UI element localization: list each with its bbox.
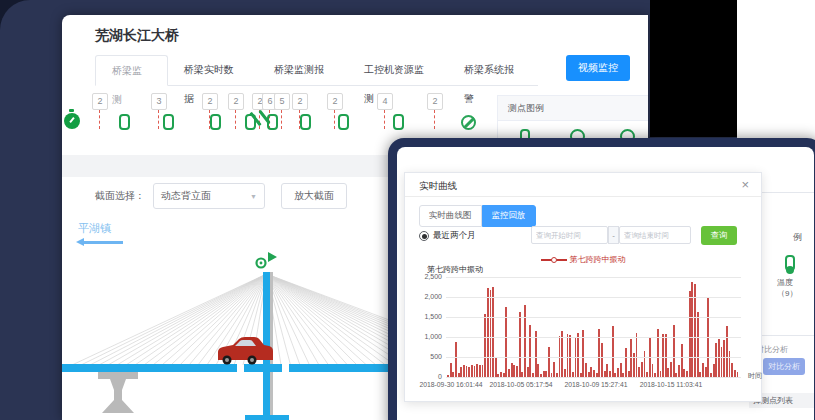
enlarge-section-button[interactable]: 放大截面	[281, 183, 347, 209]
chart-bar	[508, 369, 510, 377]
compare-analysis-button[interactable]: 对比分析	[763, 358, 805, 375]
chart-bar	[601, 343, 603, 377]
chain-link-icon[interactable]	[393, 114, 404, 130]
tab-bridge-monitor-report[interactable]: 桥梁监测报告	[258, 55, 348, 85]
tab-bridge-realtime-data[interactable]: 桥梁实时数据	[168, 55, 258, 85]
tab-ipc-resource-monitor[interactable]: 工控机资源监测	[348, 55, 448, 85]
y-tick-label: 0	[409, 373, 442, 380]
side-divider	[754, 192, 814, 193]
chain-link-icon[interactable]	[300, 114, 311, 130]
chart-bar	[617, 368, 619, 377]
chart-bar	[630, 339, 632, 377]
chart-bar	[585, 363, 587, 377]
tab-bridge-system-alarm[interactable]: 桥梁系统报警	[448, 55, 538, 85]
bridge-tower	[263, 272, 273, 415]
screen: 芜湖长江大桥 桥梁监测 桥梁实时数据 桥梁监测报告 工控机资源监测 桥梁系统报警…	[0, 0, 815, 420]
dialog-title: 实时曲线	[419, 180, 457, 193]
radio-last-two-months[interactable]	[419, 231, 429, 241]
chart-bar	[482, 365, 484, 377]
chart-bar	[516, 366, 518, 377]
chart-bar	[702, 363, 704, 377]
chart-bar	[513, 365, 515, 377]
gridline	[446, 357, 741, 358]
radio-label: 最近两个月	[433, 230, 476, 242]
sensor-count-badge: 2	[92, 93, 108, 110]
chart-bar	[567, 334, 569, 377]
sensor-count-badge: 4	[377, 93, 393, 110]
chart-bar	[625, 348, 627, 377]
popup-window-frame: 例 温度 （9） 对比分析 对比分析 择测点列表 实时曲线 × 实时曲线图 监控…	[388, 138, 815, 420]
stopwatch-icon[interactable]	[64, 113, 80, 129]
query-end-time-input[interactable]	[619, 226, 691, 244]
chart-bar	[455, 342, 457, 377]
x-tick-label: 2018-10-05 05:17:54	[489, 381, 552, 388]
section-select-dropdown[interactable]: 动态背立面 ▼	[153, 183, 265, 209]
side-divider	[754, 335, 814, 336]
chevron-down-icon: ▼	[250, 193, 257, 200]
sensor-count-badge: 2	[327, 93, 343, 110]
chart-bar	[620, 363, 622, 377]
chart-bar	[463, 365, 465, 377]
chart-bar	[606, 364, 608, 377]
y-tick-label: 2,000	[409, 293, 442, 300]
sensor-count-badge: 2	[292, 93, 308, 110]
gridline	[446, 277, 741, 278]
vibration-chart-plot: 时间 2,5002,0001,5001,00050002018-09-30 16…	[446, 277, 741, 377]
chart-bar	[484, 314, 486, 377]
gridline	[446, 337, 741, 338]
chart-bar	[553, 362, 555, 377]
bridge-abutment	[98, 372, 138, 413]
chart-bar	[590, 367, 592, 377]
badge-connector-line	[158, 110, 159, 129]
chart-bar	[529, 325, 531, 377]
chart-bar	[652, 364, 654, 377]
sensor-count-badge: 3	[151, 93, 167, 110]
chart-bar	[466, 366, 468, 377]
temperature-label: 温度	[777, 277, 793, 288]
chain-link-icon[interactable]	[338, 114, 349, 130]
chart-bar	[487, 288, 489, 377]
side-legend-header-partial: 例	[793, 231, 802, 244]
chart-bar	[476, 364, 478, 377]
chart-bar	[673, 325, 675, 377]
close-icon[interactable]: ×	[741, 177, 749, 192]
y-tick-label: 2,500	[409, 273, 442, 280]
chart-bar	[495, 358, 497, 377]
video-monitor-button[interactable]: 视频监控	[566, 55, 630, 81]
chart-bar	[731, 363, 733, 377]
thermometer-icon[interactable]	[785, 255, 795, 271]
black-region	[650, 0, 737, 137]
tab-bridge-monitoring[interactable]: 桥梁监测	[95, 55, 168, 86]
gridline	[446, 317, 741, 318]
chart-bar	[689, 291, 691, 377]
x-axis-unit: 时间	[748, 371, 762, 381]
chart-bar	[524, 305, 526, 377]
query-start-time-input[interactable]	[531, 226, 608, 244]
legend-marker-icon	[541, 256, 567, 263]
badge-connector-line	[334, 110, 335, 129]
badge-connector-line	[235, 110, 236, 129]
chart-bar	[577, 333, 579, 377]
chain-link-icon[interactable]	[163, 114, 174, 130]
chain-link-icon[interactable]	[210, 114, 221, 130]
chart-bar	[726, 326, 728, 377]
chart-bar	[474, 366, 476, 377]
temperature-count: （9）	[777, 288, 797, 299]
tab-monitor-playback[interactable]: 监控回放	[482, 205, 536, 227]
chart-bar	[548, 347, 550, 377]
dialog-header: 实时曲线 ×	[405, 173, 761, 197]
query-button[interactable]: 查询	[701, 226, 737, 245]
chart-bar	[667, 368, 669, 377]
chart-bar	[657, 329, 659, 377]
legend-panel-header: 测点图例	[498, 96, 648, 121]
range-separator: -	[608, 226, 619, 244]
chain-link-icon[interactable]	[119, 114, 130, 130]
chart-bar	[471, 365, 473, 377]
no-entry-icon[interactable]	[461, 115, 476, 130]
chart-bar	[715, 343, 717, 377]
tower-sensor-icons[interactable]	[257, 252, 278, 268]
tab-realtime-curve[interactable]: 实时曲线图	[419, 205, 482, 227]
chart-bar	[678, 365, 680, 377]
badge-connector-line	[384, 110, 385, 129]
chart-bar	[537, 364, 539, 377]
